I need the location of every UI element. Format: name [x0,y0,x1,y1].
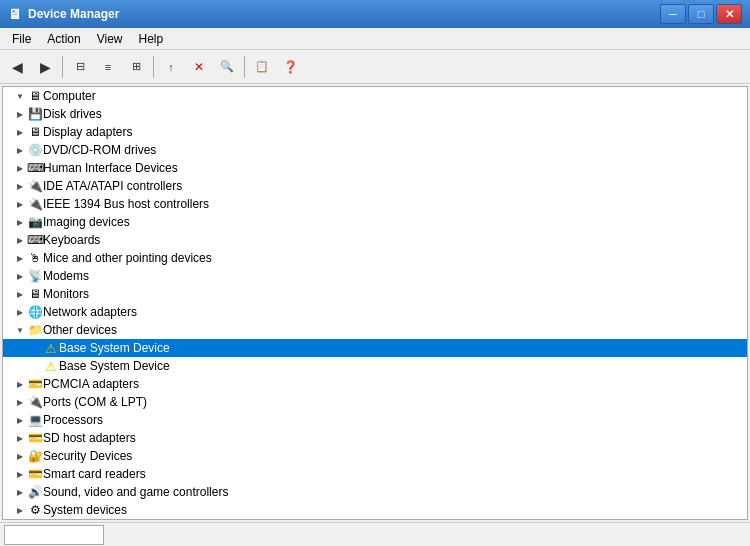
tree-item-computer[interactable]: ▼🖥Computer [3,87,747,105]
expand-icon[interactable]: ▼ [13,92,27,101]
tree-item-processors[interactable]: ▶💻Processors [3,411,747,429]
device-icon: ⚙ [27,502,43,518]
maximize-button[interactable]: □ [688,4,714,24]
expand-icon[interactable]: ▶ [13,218,27,227]
expand-icon[interactable]: ▶ [13,506,27,515]
show-devices-button[interactable]: ⊟ [67,54,93,80]
tree-item-label: PCMCIA adapters [43,377,139,391]
menu-file[interactable]: File [4,30,39,48]
device-icon: 💳 [27,430,43,446]
tree-item-mice[interactable]: ▶🖱Mice and other pointing devices [3,249,747,267]
device-tree[interactable]: ▼🖥Computer▶💾Disk drives▶🖥Display adapter… [2,86,748,520]
device-icon: 🖱 [27,250,43,266]
expand-icon[interactable]: ▶ [13,308,27,317]
tree-item-imaging[interactable]: ▶📷Imaging devices [3,213,747,231]
expand-icon[interactable]: ▼ [13,326,27,335]
device-icon: 📡 [27,268,43,284]
tree-item-label: Base System Device [59,341,170,355]
toolbar-separator-2 [153,56,154,78]
tree-item-label: Modems [43,269,89,283]
device-icon: 📁 [27,322,43,338]
show-resources-conn-button[interactable]: ⊞ [123,54,149,80]
expand-icon[interactable]: ▶ [13,254,27,263]
tree-item-pcmcia[interactable]: ▶💳PCMCIA adapters [3,375,747,393]
tree-item-system-devices[interactable]: ▶⚙System devices [3,501,747,519]
device-icon: 🔊 [27,484,43,500]
expand-icon[interactable]: ▶ [13,470,27,479]
window-title: Device Manager [28,7,660,21]
expand-icon[interactable]: ▶ [13,164,27,173]
tree-item-usb[interactable]: ▶🔌Universal Serial Bus controllers [3,519,747,520]
tree-item-ports[interactable]: ▶🔌Ports (COM & LPT) [3,393,747,411]
tree-item-display-adapters[interactable]: ▶🖥Display adapters [3,123,747,141]
expand-icon[interactable]: ▶ [13,290,27,299]
device-icon: ⌨ [27,160,43,176]
tree-item-security[interactable]: ▶🔐Security Devices [3,447,747,465]
device-icon: 💳 [27,466,43,482]
tree-item-label: IDE ATA/ATAPI controllers [43,179,182,193]
device-icon: 📷 [27,214,43,230]
expand-icon[interactable]: ▶ [13,488,27,497]
show-resources-button[interactable]: ≡ [95,54,121,80]
menu-action[interactable]: Action [39,30,88,48]
help-button[interactable]: ❓ [277,54,303,80]
expand-icon[interactable]: ▶ [13,200,27,209]
menu-help[interactable]: Help [131,30,172,48]
tree-item-label: Human Interface Devices [43,161,178,175]
tree-item-base-system-2[interactable]: ⚠Base System Device [3,357,747,375]
expand-icon[interactable]: ▶ [13,110,27,119]
tree-item-label: DVD/CD-ROM drives [43,143,156,157]
status-bar [0,522,750,546]
tree-item-sd-host[interactable]: ▶💳SD host adapters [3,429,747,447]
back-button[interactable]: ◀ [4,54,30,80]
tree-item-disk-drives[interactable]: ▶💾Disk drives [3,105,747,123]
uninstall-button[interactable]: ✕ [186,54,212,80]
tree-item-dvd-cd[interactable]: ▶💿DVD/CD-ROM drives [3,141,747,159]
expand-icon[interactable]: ▶ [13,128,27,137]
tree-item-label: Processors [43,413,103,427]
forward-button[interactable]: ▶ [32,54,58,80]
tree-item-ide-ata[interactable]: ▶🔌IDE ATA/ATAPI controllers [3,177,747,195]
minimize-button[interactable]: ─ [660,4,686,24]
tree-item-base-system-1[interactable]: ⚠Base System Device [3,339,747,357]
window-icon: 🖥 [8,6,22,22]
scan-hardware-button[interactable]: 🔍 [214,54,240,80]
device-icon: 💾 [27,106,43,122]
device-icon: 🔌 [27,178,43,194]
tree-item-sound[interactable]: ▶🔊Sound, video and game controllers [3,483,747,501]
tree-item-label: System devices [43,503,127,517]
tree-item-ieee1394[interactable]: ▶🔌IEEE 1394 Bus host controllers [3,195,747,213]
tree-item-label: Monitors [43,287,89,301]
toolbar-separator-1 [62,56,63,78]
expand-icon[interactable]: ▶ [13,182,27,191]
expand-icon[interactable]: ▶ [13,416,27,425]
menu-view[interactable]: View [89,30,131,48]
expand-icon[interactable]: ▶ [13,272,27,281]
tree-item-network[interactable]: ▶🌐Network adapters [3,303,747,321]
expand-icon[interactable]: ▶ [13,146,27,155]
tree-item-human-interface[interactable]: ▶⌨Human Interface Devices [3,159,747,177]
expand-icon[interactable]: ▶ [13,236,27,245]
expand-icon[interactable]: ▶ [13,452,27,461]
expand-icon[interactable]: ▶ [13,380,27,389]
tree-item-monitors[interactable]: ▶🖥Monitors [3,285,747,303]
close-button[interactable]: ✕ [716,4,742,24]
device-icon: 🖥 [27,286,43,302]
main-area: ▼🖥Computer▶💾Disk drives▶🖥Display adapter… [0,84,750,522]
device-icon: 💻 [27,412,43,428]
tree-item-smartcard[interactable]: ▶💳Smart card readers [3,465,747,483]
tree-item-label: Keyboards [43,233,100,247]
title-bar: 🖥 Device Manager ─ □ ✕ [0,0,750,28]
tree-item-label: Other devices [43,323,117,337]
device-icon: 💿 [27,142,43,158]
tree-item-modems[interactable]: ▶📡Modems [3,267,747,285]
tree-item-label: IEEE 1394 Bus host controllers [43,197,209,211]
tree-item-keyboards[interactable]: ▶⌨Keyboards [3,231,747,249]
properties-button[interactable]: 📋 [249,54,275,80]
tree-item-label: Security Devices [43,449,132,463]
expand-icon[interactable]: ▶ [13,398,27,407]
tree-item-other-devices[interactable]: ▼📁Other devices [3,321,747,339]
expand-icon[interactable]: ▶ [13,434,27,443]
status-text [4,525,104,545]
update-driver-button[interactable]: ↑ [158,54,184,80]
